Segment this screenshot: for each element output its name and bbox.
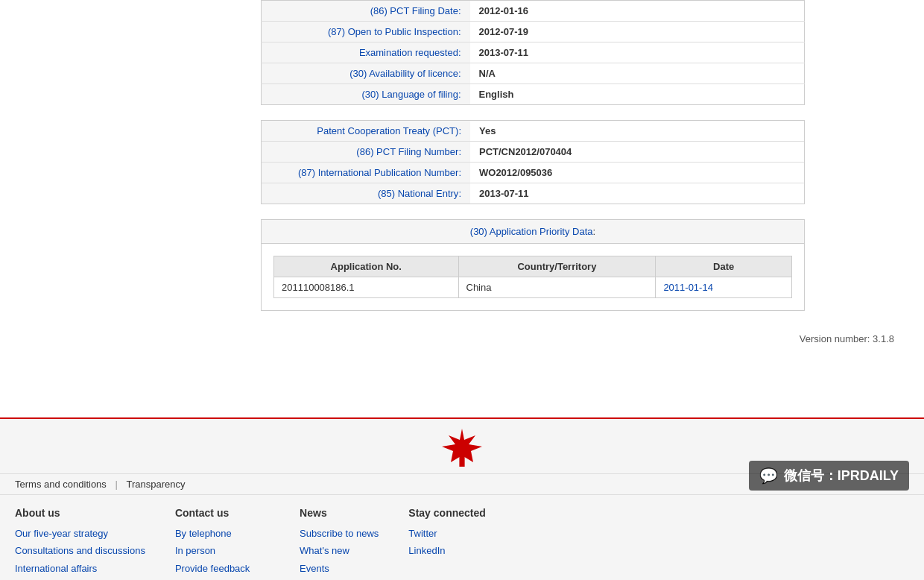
filing-label-link[interactable]: (30) Availability of licence <box>349 68 458 79</box>
footer-column: NewsSubscribe to newsWhat's newEvents <box>300 507 379 580</box>
priority-colon: : <box>593 226 596 237</box>
footer-logo-bar <box>0 419 924 474</box>
filing-label: (30) Availability of licence: <box>262 63 470 84</box>
footer-top-link[interactable]: Terms and conditions <box>15 479 107 490</box>
priority-header: (30) Application Priority Data: <box>262 220 804 244</box>
filing-label-link[interactable]: (86) PCT Filing Date <box>370 5 458 16</box>
pct-label-link[interactable]: (86) PCT Filing Number <box>356 146 458 157</box>
footer-column-link[interactable]: Subscribe to news <box>300 525 379 542</box>
pct-row: (85) National Entry: 2013-07-11 <box>262 183 804 204</box>
footer-column-link[interactable]: International affairs <box>15 560 145 577</box>
priority-header-link[interactable]: (30) Application Priority Data <box>470 226 593 237</box>
priority-date-link[interactable]: 2011-01-14 <box>663 282 713 293</box>
filing-info-table: (86) PCT Filing Date: 2012-01-16 (87) Op… <box>261 0 805 105</box>
priority-date: 2011-01-14 <box>656 277 792 298</box>
footer-column-link[interactable]: By telephone <box>175 525 270 542</box>
version-text: Version number: 3.1.8 <box>800 333 894 344</box>
filing-label-link[interactable]: Examination requested <box>359 47 458 58</box>
filing-row: (30) Availability of licence: N/A <box>262 63 805 84</box>
footer-column-heading: About us <box>15 507 145 519</box>
footer-column-heading: Stay connected <box>408 507 485 519</box>
footer-column: Contact usBy telephoneIn personProvide f… <box>175 507 270 580</box>
footer-column-link[interactable]: Twitter <box>408 525 485 542</box>
priority-app-no: 201110008186.1 <box>274 277 459 298</box>
filing-value: English <box>470 84 805 105</box>
filing-value: 2013-07-11 <box>470 42 805 63</box>
filing-label: (30) Language of filing: <box>262 84 470 105</box>
priority-col-header: Application No. <box>274 256 459 277</box>
footer-column-link[interactable]: Send correspondence <box>175 577 270 580</box>
footer-top-links: Terms and conditions | Transparency <box>0 474 924 495</box>
pct-label: (85) National Entry: <box>262 183 470 204</box>
priority-row: 201110008186.1 China 2011-01-14 <box>274 277 792 298</box>
filing-label: (87) Open to Public Inspection: <box>262 22 470 42</box>
pct-row: (87) International Publication Number: W… <box>262 163 804 183</box>
filing-label: Examination requested: <box>262 42 470 63</box>
pct-value: Yes <box>470 121 804 142</box>
pct-label-link[interactable]: Patent Cooperation Treaty (PCT) <box>317 125 458 136</box>
priority-col-header: Country/Territory <box>458 256 656 277</box>
filing-value: N/A <box>470 63 805 84</box>
footer-link-separator: | <box>113 479 121 490</box>
priority-col-header: Date <box>656 256 792 277</box>
filing-row: (30) Language of filing: English <box>262 84 805 105</box>
priority-section: (30) Application Priority Data: Applicat… <box>261 219 805 311</box>
pct-row: (86) PCT Filing Number: PCT/CN2012/07040… <box>262 142 804 163</box>
maple-leaf-icon <box>440 426 484 471</box>
footer-column-heading: News <box>300 507 379 519</box>
svg-rect-0 <box>459 456 464 467</box>
footer-column-link[interactable]: LinkedIn <box>408 542 485 559</box>
filing-label: (86) PCT Filing Date: <box>262 1 470 22</box>
pct-value: PCT/CN2012/070404 <box>470 142 804 163</box>
filing-value: 2012-01-16 <box>470 1 805 22</box>
footer-column-heading: Contact us <box>175 507 270 519</box>
filing-row: Examination requested: 2013-07-11 <box>262 42 805 63</box>
pct-value: 2013-07-11 <box>470 183 804 204</box>
priority-country: China <box>458 277 656 298</box>
footer-column-link[interactable]: Publications <box>15 577 145 580</box>
priority-inner-table: Application No.Country/TerritoryDate 201… <box>273 256 792 298</box>
footer-column-link[interactable]: In person <box>175 542 270 559</box>
footer-column-link[interactable]: What's new <box>300 542 379 559</box>
footer-column-link[interactable]: Our five-year strategy <box>15 525 145 542</box>
footer-column-link[interactable]: Provide feedback <box>175 560 270 577</box>
pct-value: WO2012/095036 <box>470 163 804 183</box>
version-line: Version number: 3.1.8 <box>261 326 909 352</box>
pct-label: Patent Cooperation Treaty (PCT): <box>262 121 470 142</box>
filing-value: 2012-07-19 <box>470 22 805 42</box>
footer-columns: About usOur five-year strategyConsultati… <box>0 495 924 580</box>
footer-column: Stay connectedTwitterLinkedIn <box>408 507 485 580</box>
pct-section: Patent Cooperation Treaty (PCT): Yes (86… <box>261 120 805 204</box>
pct-row: Patent Cooperation Treaty (PCT): Yes <box>262 121 804 142</box>
filing-label-link[interactable]: (30) Language of filing <box>362 89 458 100</box>
filing-label-link[interactable]: (87) Open to Public Inspection <box>328 26 458 37</box>
footer-column: About usOur five-year strategyConsultati… <box>15 507 145 580</box>
main-content: (86) PCT Filing Date: 2012-01-16 (87) Op… <box>0 0 924 417</box>
pct-label: (87) International Publication Number: <box>262 163 470 183</box>
filing-row: (86) PCT Filing Date: 2012-01-16 <box>262 1 805 22</box>
pct-label: (86) PCT Filing Number: <box>262 142 470 163</box>
footer-top-link[interactable]: Transparency <box>126 479 185 490</box>
footer-column-link[interactable]: Consultations and discussions <box>15 542 145 559</box>
pct-label-link[interactable]: (87) International Publication Number <box>298 167 458 178</box>
pct-label-link[interactable]: (85) National Entry <box>378 188 458 199</box>
filing-row: (87) Open to Public Inspection: 2012-07-… <box>262 22 805 42</box>
footer-column-link[interactable]: Events <box>300 560 379 577</box>
